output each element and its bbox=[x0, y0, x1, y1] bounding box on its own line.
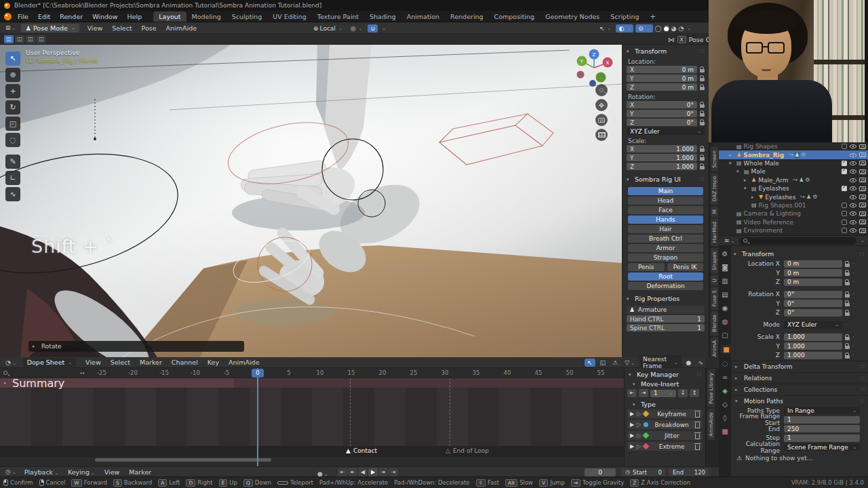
prop-field[interactable]: 0 m bbox=[784, 269, 842, 277]
sidebar-tab-shapek[interactable]: Shapek bbox=[711, 248, 718, 274]
expander-icon[interactable]: ▸ bbox=[744, 178, 749, 183]
object-tab-icon[interactable]: ■ bbox=[721, 345, 731, 354]
dope-sheet-mode-dropdown[interactable]: Dope Sheet⌄ bbox=[23, 358, 76, 367]
key-type-jitter[interactable]: ▶▷Jitter bbox=[627, 431, 703, 440]
only-selected-toggle[interactable]: ↖ bbox=[585, 359, 595, 367]
rig-button-deformation[interactable]: Deformation bbox=[628, 282, 703, 290]
sidebar-tab-daz-impo[interactable]: DAZ Impo bbox=[711, 173, 718, 205]
easing-icon[interactable]: ∿ bbox=[696, 359, 705, 366]
animate-dot-icon[interactable]: · bbox=[845, 321, 847, 328]
tool-button-6[interactable]: ✎ bbox=[5, 155, 20, 169]
rig-button-hands[interactable]: Hands bbox=[628, 216, 703, 224]
dope-menu-channel[interactable]: Channel bbox=[167, 358, 203, 367]
tool-tab-icon[interactable]: ⚙ bbox=[722, 250, 728, 258]
tool-button-7[interactable]: ∟ bbox=[5, 171, 20, 185]
shading-wireframe-icon[interactable]: ◯ bbox=[655, 25, 662, 32]
proportional-edit-icon[interactable]: ● bbox=[684, 359, 694, 366]
shading-dropdown[interactable]: ⌄ bbox=[687, 26, 691, 31]
sidebar-tab-screen[interactable]: Screen bbox=[711, 147, 718, 171]
render-visibility-icon[interactable] bbox=[859, 203, 866, 207]
editor-type-icon[interactable]: ⊞⌄ bbox=[3, 24, 18, 31]
outliner-row-video-reference[interactable]: ▤Video Reference bbox=[719, 218, 868, 226]
mp-field[interactable]: Scene Frame Range⌄ bbox=[784, 443, 860, 451]
output-tab-icon[interactable]: ▥ bbox=[722, 277, 728, 285]
snap-dropdown[interactable]: ⌄ bbox=[382, 26, 386, 31]
rotation-field-y[interactable]: Y0° bbox=[627, 110, 697, 117]
render-visibility-icon[interactable] bbox=[859, 186, 866, 191]
lock-icon[interactable] bbox=[845, 282, 850, 285]
animate-dot-icon[interactable]: · bbox=[852, 300, 854, 307]
mp-field[interactable]: 1 bbox=[784, 416, 860, 424]
select-mode-subtract-icon[interactable]: ◫ bbox=[26, 35, 35, 43]
insert-above-button[interactable]: ↥ bbox=[690, 389, 699, 397]
cursor-outline-icon[interactable]: ▷ bbox=[637, 443, 641, 449]
cursor-outline-icon[interactable]: ▷ bbox=[637, 422, 641, 428]
sidebar-tab-m[interactable]: M bbox=[711, 206, 718, 217]
cursor-filled-icon[interactable]: ▶ bbox=[630, 422, 634, 428]
cursor-outline-icon[interactable]: ▷ bbox=[637, 411, 641, 417]
visibility-eye-icon[interactable] bbox=[850, 220, 856, 224]
prop-field[interactable]: 0° bbox=[784, 300, 842, 307]
tool-button-5[interactable]: ◌ bbox=[5, 133, 20, 147]
rig-properties-header[interactable]: ▾Rig Properties bbox=[623, 292, 709, 304]
type-header[interactable]: ▾Type bbox=[625, 399, 705, 409]
horizontal-scrollbar[interactable] bbox=[95, 458, 271, 462]
texture-tab-icon[interactable]: ▩ bbox=[722, 428, 728, 435]
key-type-keyframe[interactable]: ▶▷Keyframe bbox=[627, 409, 703, 418]
rig-button-armor[interactable]: Armor bbox=[628, 244, 703, 252]
tool-button-0[interactable]: ↖ bbox=[5, 52, 20, 66]
checkbox-empty-icon[interactable] bbox=[842, 211, 847, 216]
lock-icon[interactable] bbox=[845, 264, 850, 267]
badge-icon-2[interactable]: ⚙ bbox=[805, 177, 810, 183]
navigation-gizmo[interactable]: Z Y X bbox=[572, 47, 616, 88]
visibility-eye-icon[interactable] bbox=[850, 211, 856, 216]
location-field-z[interactable]: Z0 m bbox=[627, 83, 697, 91]
expander-icon[interactable]: ▾ bbox=[736, 169, 742, 174]
expander-icon[interactable]: ▸ bbox=[729, 152, 734, 158]
lock-icon[interactable] bbox=[845, 294, 850, 298]
trash-icon[interactable] bbox=[695, 423, 700, 428]
rig-button-main[interactable]: Main bbox=[628, 187, 703, 195]
shading-material-icon[interactable]: ◕ bbox=[671, 25, 677, 32]
shading-rendered-icon[interactable]: ◔ bbox=[678, 25, 684, 32]
editor-type-icon[interactable]: ◔⌄ bbox=[3, 359, 18, 366]
dope-menu-animaide[interactable]: AnimAide bbox=[224, 358, 264, 367]
sidebar-tab-fuse-s[interactable]: Fuse S bbox=[711, 287, 718, 310]
workspace-tab-geometry-nodes[interactable]: Geometry Nodes bbox=[540, 12, 605, 22]
frame-start-field[interactable]: ◷ Start0 bbox=[621, 468, 666, 476]
lock-icon[interactable] bbox=[700, 113, 705, 117]
armature-row[interactable]: ♟ Armature bbox=[627, 306, 705, 314]
rotation-field-x[interactable]: X0° bbox=[627, 101, 697, 108]
lock-icon[interactable] bbox=[845, 346, 850, 349]
menu-help[interactable]: Help bbox=[123, 12, 147, 21]
lock-icon[interactable] bbox=[700, 157, 705, 161]
collection-tab-icon[interactable]: ▢ bbox=[722, 331, 728, 339]
transport-button-1[interactable]: ↞ bbox=[348, 468, 357, 476]
keyframe-area[interactable] bbox=[0, 378, 624, 446]
render-visibility-icon[interactable] bbox=[859, 220, 866, 224]
workspace-tab-scripting[interactable]: Scripting bbox=[605, 12, 644, 22]
badge-icon-0[interactable]: ↪ bbox=[800, 194, 805, 200]
world-tab-icon[interactable]: ◍ bbox=[722, 318, 728, 325]
visibility-eye-icon[interactable] bbox=[850, 161, 856, 165]
transport-button-4[interactable]: ↠ bbox=[378, 468, 388, 476]
side-tab-animaide[interactable]: AnimAide bbox=[707, 409, 715, 440]
sidebar-tab-hairmod[interactable]: HairMod bbox=[711, 218, 718, 246]
overlays-toggle[interactable]: ◐⌄ bbox=[616, 24, 633, 33]
euler-mode-dropdown[interactable]: XYZ Euler⌄ bbox=[627, 127, 705, 135]
expander-icon[interactable]: ▸ bbox=[751, 195, 757, 200]
prop-field[interactable]: 1.000 bbox=[784, 333, 842, 341]
cursor-filled-icon[interactable]: ▶ bbox=[630, 432, 634, 439]
menu-edit[interactable]: Edit bbox=[33, 12, 55, 21]
cursor-filled-icon[interactable]: ▶ bbox=[630, 411, 634, 417]
render-visibility-icon[interactable] bbox=[859, 178, 866, 182]
checkbox-empty-icon[interactable] bbox=[842, 220, 847, 225]
constraints-tab-icon[interactable]: ∞ bbox=[722, 373, 728, 381]
visibility-eye-icon[interactable] bbox=[850, 169, 856, 174]
move-amount-field[interactable]: 1⌄ bbox=[650, 390, 676, 397]
badge-icon-2[interactable]: ⚙ bbox=[812, 194, 817, 200]
outliner-row-male-arm[interactable]: ▸♟Male_Arm↪♟⚙ bbox=[719, 176, 868, 184]
outliner-row-camera-lighting[interactable]: ▤Camera & Lighting bbox=[719, 209, 868, 218]
animate-dot-icon[interactable]: · bbox=[852, 343, 854, 350]
workspace-tab-uv-editing[interactable]: UV Editing bbox=[267, 12, 312, 22]
